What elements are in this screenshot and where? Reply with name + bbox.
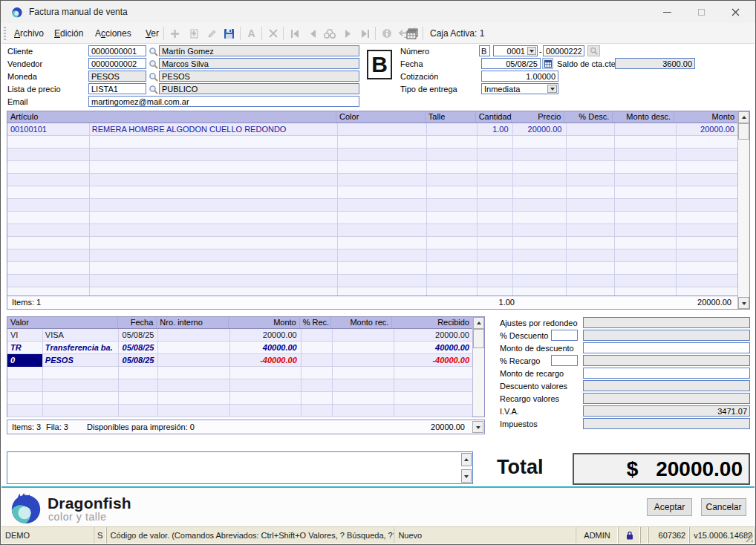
toolbar-save-button[interactable] <box>221 25 238 42</box>
window-title: Factura manual de venta <box>29 7 128 17</box>
items-monto-total: 20000.00 <box>697 298 731 307</box>
toolbar-separator <box>283 27 284 40</box>
numero-punto-dropdown-button[interactable] <box>527 47 536 55</box>
toolbar-find-button[interactable] <box>321 25 338 42</box>
email-input[interactable] <box>88 96 359 107</box>
toolbar-separator <box>375 27 376 40</box>
column-header-monto-rec[interactable]: Monto rec. <box>331 317 393 328</box>
toolbar-info-button[interactable] <box>378 25 395 42</box>
payment-nro <box>157 342 229 354</box>
payment-codigo-selected-cell[interactable]: 0 <box>7 354 42 367</box>
toolbar-first-record-button[interactable] <box>286 25 303 42</box>
observaciones-scroll-up-button[interactable] <box>461 453 472 466</box>
numero-valor-input[interactable] <box>543 45 584 56</box>
close-button[interactable] <box>718 1 752 22</box>
fecha-calendar-button[interactable] <box>542 58 553 69</box>
numero-search-button[interactable] <box>587 45 600 56</box>
vendedor-search-icon[interactable] <box>149 59 158 72</box>
payment-prec <box>300 342 331 354</box>
toolbar-edit-button[interactable] <box>203 25 221 42</box>
column-header-mdesc[interactable]: Monto desc. <box>613 111 674 123</box>
pdescuento-percent-input[interactable] <box>551 330 578 341</box>
payments-grid-footer: Items: 3 Fila: 3 Disponibles para impres… <box>7 420 485 434</box>
resize-grip[interactable] <box>745 534 753 542</box>
toolbar-font-button[interactable]: A <box>243 25 260 42</box>
payment-row[interactable]: VI VISA 05/08/25 20000.00 20000.00 <box>7 329 472 342</box>
toolbar-grip[interactable] <box>4 27 6 40</box>
mrecargo-input[interactable] <box>583 368 750 379</box>
toolbar-delete-button[interactable] <box>264 25 281 42</box>
payment-row[interactable]: TR Transferencia ba. 05/08/25 40000.00 4… <box>7 342 472 354</box>
scroll-thumb[interactable] <box>738 123 749 140</box>
payments-grid-scrollbar[interactable] <box>472 317 484 417</box>
moneda-search-icon[interactable] <box>149 71 158 85</box>
column-header-articulo[interactable]: Artículo <box>7 111 336 123</box>
column-header-recibido[interactable]: Recibido <box>392 317 472 328</box>
binoculars-icon <box>324 29 336 39</box>
column-header-precio[interactable]: Precio <box>512 111 565 123</box>
column-header-fecha[interactable]: Fecha <box>118 317 157 328</box>
chevron-down-icon <box>529 50 534 55</box>
column-header-pdesc[interactable]: % Desc. <box>564 111 613 123</box>
menu-ver[interactable]: Ver <box>139 23 166 44</box>
triangle-down-icon <box>464 475 469 480</box>
scroll-down-button[interactable] <box>738 297 749 309</box>
toolbar-new-button[interactable] <box>166 25 183 42</box>
items-grid-row[interactable]: 00100101 REMERA HOMBRE ALGODON CUELLO RE… <box>7 123 737 136</box>
recargo-valores-label: Recargo valores <box>500 394 559 403</box>
lista-precio-code-input[interactable] <box>88 83 146 94</box>
cotizacion-input[interactable] <box>481 71 558 82</box>
items-cantidad-total: 1.00 <box>499 298 515 307</box>
column-header-prec[interactable]: % Rec. <box>300 317 331 328</box>
item-talle <box>426 123 476 136</box>
mdescuento-input[interactable] <box>583 342 750 353</box>
scroll-thumb[interactable] <box>473 329 484 348</box>
minimize-button[interactable] <box>650 1 684 22</box>
scroll-down-button[interactable] <box>472 421 483 433</box>
observaciones-textarea[interactable] <box>7 451 473 484</box>
payment-recibido: -40000.00 <box>392 354 472 367</box>
cliente-code-input[interactable] <box>88 45 146 56</box>
toolbar-new-copy-button[interactable] <box>185 25 202 42</box>
vendedor-code-input[interactable] <box>88 58 146 69</box>
column-header-monto[interactable]: Monto <box>674 111 737 123</box>
column-header-color[interactable]: Color <box>336 111 426 123</box>
app-window: Factura manual de venta Archivo Edición … <box>0 0 756 545</box>
menu-edicion[interactable]: Edición <box>48 23 90 44</box>
toolbar-last-record-button[interactable] <box>356 25 374 42</box>
column-header-talle[interactable]: Talle <box>426 111 476 123</box>
column-header-monto[interactable]: Monto <box>229 317 300 328</box>
items-grid-scrollbar[interactable] <box>737 111 749 309</box>
menu-acciones[interactable]: Acciones <box>88 23 138 44</box>
payment-row-selected[interactable]: 0 PESOS 05/08/25 -40000.00 -40000.00 <box>7 354 472 367</box>
tipo-entrega-dropdown-button[interactable] <box>547 85 557 93</box>
page-plus-icon <box>188 28 199 39</box>
toolbar-separator <box>261 27 262 40</box>
items-grid-header: Artículo Color Talle Cantidad Precio % D… <box>7 111 737 123</box>
cancelar-button[interactable]: Cancelar <box>701 498 746 516</box>
scroll-up-button[interactable] <box>738 111 749 123</box>
column-header-valor[interactable]: Valor <box>7 317 118 328</box>
toolbar-previous-record-button[interactable] <box>304 25 322 42</box>
numero-serie-field[interactable]: B <box>479 45 490 56</box>
toolbar-browse-button[interactable] <box>403 25 420 42</box>
fecha-input[interactable] <box>481 58 541 69</box>
column-header-cantidad[interactable]: Cantidad <box>476 111 512 123</box>
moneda-label: Moneda <box>7 72 37 81</box>
moneda-code-field: PESOS <box>88 71 146 82</box>
maximize-button[interactable] <box>684 1 718 22</box>
aceptar-button[interactable]: Aceptar <box>647 498 692 516</box>
menu-toolbar: Archivo Edición Acciones Ver A <box>1 23 755 44</box>
menu-archivo[interactable]: Archivo <box>7 23 50 44</box>
toolbar-next-record-button[interactable] <box>339 25 356 42</box>
next-record-icon <box>345 30 351 38</box>
descuento-valores-field <box>583 380 750 391</box>
scroll-up-button[interactable] <box>473 317 484 329</box>
cliente-search-icon[interactable] <box>149 46 158 59</box>
observaciones-scroll-down-button[interactable] <box>461 469 472 483</box>
font-icon: A <box>247 27 255 39</box>
column-header-nro-interno[interactable]: Nro. interno <box>157 317 229 328</box>
payment-prec <box>300 354 331 367</box>
app-logo-icon <box>11 6 23 18</box>
precargo-percent-input[interactable] <box>551 355 578 366</box>
